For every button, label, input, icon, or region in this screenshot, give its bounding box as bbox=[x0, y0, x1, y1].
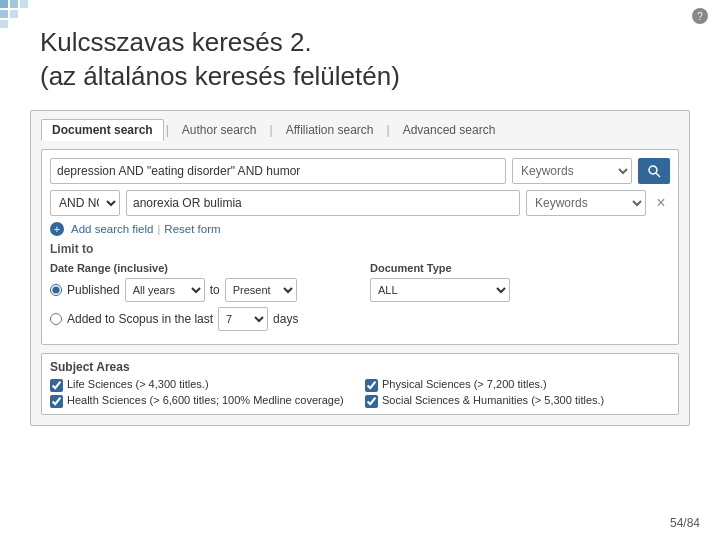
bool-operator-dropdown[interactable]: AND NOT AND OR bbox=[50, 190, 120, 216]
tab-affiliation-search[interactable]: Affiliation search bbox=[275, 119, 385, 141]
reset-form-link[interactable]: Reset form bbox=[164, 223, 220, 235]
search-panel: Document search | Author search | Affili… bbox=[30, 110, 690, 426]
subject-areas-label: Subject Areas bbox=[50, 360, 670, 374]
search-type-dropdown-1[interactable]: Keywords Title Abstract Author bbox=[512, 158, 632, 184]
title-line1: Kulcsszavas keresés 2. bbox=[40, 27, 312, 57]
subject-label-0: Life Sciences (> 4,300 titles.) bbox=[67, 378, 209, 390]
svg-rect-1 bbox=[10, 0, 18, 8]
years-dropdown[interactable]: All years 2023 2022 bbox=[125, 278, 205, 302]
subject-item-2: Physical Sciences (> 7,200 titles.) bbox=[365, 378, 670, 392]
svg-rect-3 bbox=[0, 10, 8, 18]
add-field-icon: + bbox=[50, 222, 64, 236]
tab-advanced-search[interactable]: Advanced search bbox=[392, 119, 507, 141]
to-label: to bbox=[210, 283, 220, 297]
tab-sep-2: | bbox=[268, 119, 275, 141]
date-range-label: Date Range (inclusive) bbox=[50, 262, 350, 274]
search-fields-container: Keywords Title Abstract Author AND NOT A… bbox=[41, 149, 679, 345]
search-button[interactable] bbox=[638, 158, 670, 184]
published-radio[interactable] bbox=[50, 284, 62, 296]
remove-row-button[interactable]: × bbox=[652, 194, 670, 212]
subject-item-0: Life Sciences (> 4,300 titles.) bbox=[50, 378, 355, 392]
page-container: Kulcsszavas keresés 2. (az általános ker… bbox=[0, 0, 720, 540]
svg-rect-4 bbox=[10, 10, 18, 18]
limit-to-label: Limit to bbox=[50, 242, 670, 256]
days-dropdown[interactable]: 7 30 14 bbox=[218, 307, 268, 331]
subject-item-1: Health Sciences (> 6,600 titles; 100% Me… bbox=[50, 394, 355, 408]
main-title: Kulcsszavas keresés 2. (az általános ker… bbox=[40, 26, 690, 94]
doctype-label: Document Type bbox=[370, 262, 670, 274]
limit-grid: Date Range (inclusive) Published All yea… bbox=[50, 262, 670, 336]
added-scopus-label: Added to Scopus in the last bbox=[67, 312, 213, 326]
search-input-1[interactable] bbox=[50, 158, 506, 184]
title-line2: (az általános keresés felületén) bbox=[40, 61, 400, 91]
search-row-2: AND NOT AND OR Keywords Title Abstract × bbox=[50, 190, 670, 216]
published-row: Published All years 2023 2022 to Present… bbox=[50, 278, 350, 302]
doctype-dropdown[interactable]: ALL Article Review Conference Paper bbox=[370, 278, 510, 302]
document-type-section: Document Type ALL Article Review Confere… bbox=[370, 262, 670, 336]
tab-document-search[interactable]: Document search bbox=[41, 119, 164, 141]
days-label: days bbox=[273, 312, 298, 326]
svg-point-6 bbox=[649, 166, 657, 174]
published-label: Published bbox=[67, 283, 120, 297]
date-range-section: Date Range (inclusive) Published All yea… bbox=[50, 262, 350, 336]
added-scopus-row: Added to Scopus in the last 7 30 14 days bbox=[50, 307, 350, 331]
search-icon bbox=[647, 164, 661, 178]
subject-checkbox-2[interactable] bbox=[365, 379, 378, 392]
tab-sep-1: | bbox=[164, 119, 171, 141]
tabs-row: Document search | Author search | Affili… bbox=[41, 119, 679, 141]
subject-item-3: Social Sciences & Humanities (> 5,300 ti… bbox=[365, 394, 670, 408]
subject-areas-container: Subject Areas Life Sciences (> 4,300 tit… bbox=[41, 353, 679, 415]
search-type-dropdown-2[interactable]: Keywords Title Abstract bbox=[526, 190, 646, 216]
svg-rect-2 bbox=[20, 0, 28, 8]
dots-decoration bbox=[0, 0, 40, 40]
add-search-field-link[interactable]: Add search field bbox=[71, 223, 153, 235]
svg-rect-0 bbox=[0, 0, 8, 8]
subject-checkbox-0[interactable] bbox=[50, 379, 63, 392]
page-number: 54/84 bbox=[670, 516, 700, 530]
svg-line-7 bbox=[656, 173, 660, 177]
title-section: Kulcsszavas keresés 2. (az általános ker… bbox=[30, 26, 690, 94]
svg-rect-5 bbox=[0, 20, 8, 28]
tab-sep-3: | bbox=[385, 119, 392, 141]
subject-label-1: Health Sciences (> 6,600 titles; 100% Me… bbox=[67, 394, 344, 406]
search-input-2[interactable] bbox=[126, 190, 520, 216]
subject-label-3: Social Sciences & Humanities (> 5,300 ti… bbox=[382, 394, 604, 406]
search-row-1: Keywords Title Abstract Author bbox=[50, 158, 670, 184]
subject-checkbox-3[interactable] bbox=[365, 395, 378, 408]
added-scopus-radio[interactable] bbox=[50, 313, 62, 325]
subject-label-2: Physical Sciences (> 7,200 titles.) bbox=[382, 378, 547, 390]
subject-areas-grid: Life Sciences (> 4,300 titles.) Physical… bbox=[50, 378, 670, 408]
subject-checkbox-1[interactable] bbox=[50, 395, 63, 408]
search-actions: + Add search field | Reset form bbox=[50, 222, 670, 236]
actions-separator: | bbox=[157, 223, 160, 235]
tab-author-search[interactable]: Author search bbox=[171, 119, 268, 141]
help-icon[interactable]: ? bbox=[692, 8, 708, 24]
present-dropdown[interactable]: Present 2023 bbox=[225, 278, 297, 302]
